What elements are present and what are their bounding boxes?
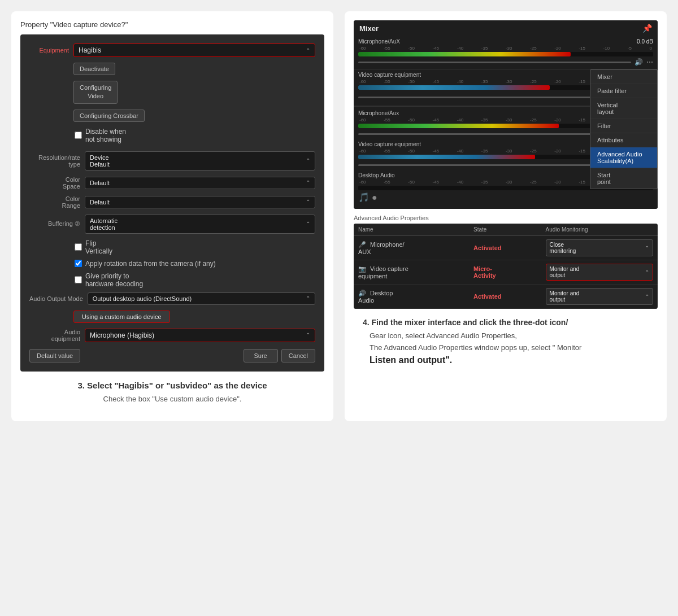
hardware-checkbox[interactable] [75,276,82,283]
ctx-mixer[interactable]: Mixer [590,70,657,84]
audio-output-row: Audio Output Mode Output desktop audio (… [29,292,315,305]
resolution-chevron: ⌃ [306,158,310,164]
step4-bold: Listen and output". [363,355,649,365]
deactivate-row: Deactivate [73,63,315,75]
row2-monitor-select[interactable]: Monitor andoutput ⌃ [546,264,653,281]
equipment-value: Hagibis [79,46,101,54]
camera-icon: 📷 [358,265,366,272]
mixer-header: Mixer 📌 [354,20,658,36]
color-range-row: ColorRange Default ⌃ [29,195,315,209]
row1-monitor-cell: Closemonitoring ⌃ [541,236,658,260]
ctx-filter[interactable]: Filter [590,119,657,133]
resolution-select[interactable]: DeviceDefault ⌃ [85,151,315,171]
row1-name-cell: 🎤 Microphone/AUX [354,236,469,260]
step3-text: 3. Select "Hagibis" or "usbvideo" as the… [20,372,324,412]
ch1-controls: 🔊 ⋯ [358,58,653,66]
ch2-name: Video capture equipment [358,72,421,78]
sub-ch1-name: Microphone/Aux [358,110,399,116]
row1-monitor-select[interactable]: Closemonitoring ⌃ [546,239,653,256]
custom-audio-button[interactable]: Using a custom audio device [73,311,170,323]
table-row: 🔊 DesktopAudio Activated Monitor andoutp… [354,285,658,309]
channel-video-capture: Video capture equipment 0.0 dB -60-55-50… [354,69,658,106]
audio-output-chevron: ⌃ [306,295,310,302]
ctx-paste-filter[interactable]: Paste filter [590,84,657,98]
row2-state: Micro-Activity [473,265,496,279]
config-crossbar-row: Configuring Crossbar [73,110,315,122]
table-row: 📷 Video captureequipment Micro-Activity … [354,260,658,285]
ch1-volume-slider[interactable] [358,62,631,63]
resolution-value: DeviceDefault [90,154,110,168]
flip-checkbox[interactable] [75,243,82,251]
row2-chevron: ⌃ [645,269,649,276]
ctx-vertical-layout[interactable]: Verticallayout [590,98,657,119]
step3-main: 3. Select "Hagibis" or "usbvideo" as the… [29,381,315,390]
adv-audio-label: Advanced Audio Properties [354,215,658,221]
col-audio-monitoring: Audio Monitoring [541,224,658,236]
row3-name-cell: 🔊 DesktopAudio [354,285,469,309]
ctx-advanced-audio[interactable]: Advanced AudioScalability(A) [590,147,657,168]
step4-text: 4. Find the mixer interface and click th… [354,309,658,374]
color-space-select[interactable]: Default ⌃ [85,177,315,189]
speaker-icon: 🔊 [358,290,366,296]
sub-ch3-name: Desktop Audio [358,172,395,178]
row3-monitor-value: Monitor andoutput [550,290,580,303]
col-state: State [469,224,541,236]
ch1-name: Microphone/AuX [358,38,400,45]
row2-state-cell: Micro-Activity [469,260,541,285]
disable-when-label: Disable whennot showing [85,128,126,143]
disable-when-checkbox[interactable] [75,132,82,139]
context-menu: Mixer Paste filter Verticallayout Filter… [590,69,658,189]
sub-ch2-fill [358,155,535,159]
config-video-row: Configuring Video [73,81,315,104]
color-range-label: ColorRange [29,195,80,209]
row3-monitor-cell: Monitor andoutput ⌃ [541,285,658,309]
row2-monitor-cell: Monitor andoutput ⌃ [541,260,658,285]
row1-state: Activated [473,244,502,251]
ch1-meter [358,52,653,56]
table-header-row: Name State Audio Monitoring [354,224,658,236]
row3-chevron: ⌃ [645,294,649,300]
buffering-chevron: ⌃ [306,221,310,227]
deactivate-button[interactable]: Deactivate [73,63,115,75]
ch2-volume-slider[interactable] [358,97,624,98]
row1-chevron: ⌃ [645,245,649,251]
buffering-select[interactable]: Automaticdetection ⌃ [85,215,315,234]
row3-monitor-select[interactable]: Monitor andoutput ⌃ [546,288,653,305]
color-range-select[interactable]: Default ⌃ [85,196,315,208]
audio-equipment-select[interactable]: Microphone (Hagibis) ⌃ [85,329,315,342]
property-dialog: Equipment Hagibis ⌃ Deactivate Configuri… [20,34,324,372]
channel-microphone: Microphone/AuX 0.0 dB -60-55-50-45-40-35… [354,36,658,69]
custom-audio-row: Using a custom audio device [73,311,315,323]
equipment-row: Equipment Hagibis ⌃ [29,43,315,57]
apply-rotation-checkbox[interactable] [75,260,82,267]
audio-output-label: Audio Output Mode [29,295,83,302]
table-row: 🎤 Microphone/AUX Activated Closemonitori… [354,236,658,260]
apply-rotation-label: Apply rotation data from the camera (if … [85,260,216,268]
apply-rotation-row: Apply rotation data from the camera (if … [75,260,315,268]
ch1-more-button[interactable]: ⋯ [646,58,653,66]
audio-output-select[interactable]: Output desktop audio (DirectSound) ⌃ [88,292,315,305]
ch1-mute-button[interactable]: 🔊 [634,58,643,66]
adv-audio-table: Name State Audio Monitoring 🎤 Microphone… [354,224,658,309]
adv-audio-box: Name State Audio Monitoring 🎤 Microphone… [354,224,658,309]
equipment-select[interactable]: Hagibis ⌃ [73,43,315,57]
cancel-button[interactable]: Cancel [281,349,315,362]
audio-equipment-row: Audioequipment Microphone (Hagibis) ⌃ [29,329,315,342]
step4-line2: The Advanced Audio Properties window pop… [363,343,649,352]
config-video-button[interactable]: Configuring Video [73,81,118,104]
ctx-attributes[interactable]: Attributes [590,133,657,147]
step4-line1: Gear icon, select Advanced Audio Propert… [363,331,649,340]
sure-button[interactable]: Sure [244,349,278,362]
sub-ch1-fill [358,124,559,128]
step4-main: 4. Find the mixer interface and click th… [363,318,649,327]
buffering-label: Buffering ② [29,220,80,228]
ctx-start-point[interactable]: Startpoint [590,168,657,189]
mixer-pin-icon[interactable]: 📌 [642,24,652,33]
config-crossbar-button[interactable]: Configuring Crossbar [73,110,145,122]
audio-output-value: Output desktop audio (DirectSound) [93,295,192,302]
flip-row: FlipVertically [75,239,315,255]
resolution-label: Resolution/ratetype [29,154,80,168]
hardware-label: Give priority tohardware decoding [85,272,143,288]
default-value-button[interactable]: Default value [29,349,80,362]
ch1-scale: -60-55-50-45-40-35-30-25-20-15-10-50 [358,46,653,51]
